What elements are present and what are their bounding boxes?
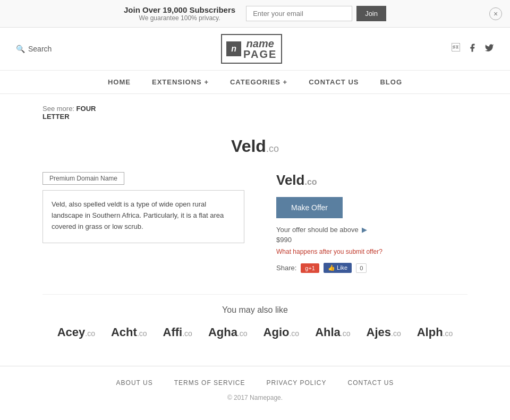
banner-subtext: We guarantee 100% privacy. <box>124 14 235 22</box>
footer-terms[interactable]: TERMS OF SERVICE <box>174 379 245 387</box>
offer-section: Veld.co Make Offer Your offer should be … <box>276 172 436 273</box>
list-item[interactable]: Alph.co <box>417 325 453 339</box>
offer-amount: $990 <box>276 236 436 244</box>
twitter-link[interactable] <box>484 43 494 55</box>
header: 🔍 Search n name PAGE  <box>0 28 510 71</box>
also-like-items: Acey.co Acht.co Affi.co Agha.co Agio.co … <box>42 325 468 339</box>
banner-headline: Join Over 19,000 Subscribers <box>124 5 235 14</box>
twitter-icon[interactable] <box>468 43 477 55</box>
domain-ext-large: .co <box>266 143 279 154</box>
list-item[interactable]: Affi.co <box>163 325 192 339</box>
domain-title-display: Veld.co <box>42 136 468 156</box>
nav-contact[interactable]: CONTACT US <box>309 78 359 86</box>
footer-privacy[interactable]: PRIVACY POLICY <box>267 379 327 387</box>
share-row: Share: g+1 👍 Like 0 <box>276 263 436 273</box>
search-area[interactable]: 🔍 Search <box>16 45 52 53</box>
footer-links: ABOUT US TERMS OF SERVICE PRIVACY POLICY… <box>0 379 510 387</box>
fb-count: 0 <box>356 263 367 273</box>
banner-form: Join <box>246 6 386 21</box>
logo[interactable]: n name PAGE <box>221 34 282 64</box>
offer-arrow-icon: ▶ <box>362 226 367 234</box>
close-button[interactable]: × <box>489 7 502 20</box>
offer-hint-text: Your offer should be above <box>276 226 359 234</box>
social-links:  <box>452 43 494 55</box>
footer-contact[interactable]: CONTACT US <box>347 379 394 387</box>
gplus-button[interactable]: g+1 <box>301 263 319 273</box>
nav-home[interactable]: HOME <box>108 78 131 86</box>
see-more-label: See more: <box>42 105 74 113</box>
domain-name-large: Veld <box>231 136 266 156</box>
email-input[interactable] <box>246 6 352 21</box>
logo-box: n name PAGE <box>221 34 282 64</box>
nav-categories[interactable]: CATEGORIES + <box>230 78 287 86</box>
banner-text: Join Over 19,000 Subscribers We guarante… <box>124 5 235 22</box>
search-label: Search <box>28 45 52 53</box>
also-like-title: You may also like <box>42 305 468 315</box>
footer: ABOUT US TERMS OF SERVICE PRIVACY POLICY… <box>0 366 510 409</box>
list-item[interactable]: Acht.co <box>111 325 147 339</box>
list-item[interactable]: Agha.co <box>208 325 248 339</box>
box-label: Premium Domain Name <box>42 172 124 185</box>
main-nav: HOME EXTENSIONS + CATEGORIES + CONTACT U… <box>0 71 510 94</box>
list-item[interactable]: Agio.co <box>264 325 300 339</box>
offer-info-link[interactable]: What happens after you submit offer? <box>276 248 436 255</box>
footer-copyright: © 2017 Namepage. <box>0 394 510 401</box>
list-item[interactable]: Ajes.co <box>367 325 401 339</box>
share-label: Share: <box>276 264 296 272</box>
breadcrumb: See more: FOUR LETTER <box>0 94 510 126</box>
join-button[interactable]: Join <box>356 6 386 21</box>
list-item[interactable]: Acey.co <box>57 325 95 339</box>
content-row: Premium Domain Name Veld, also spelled v… <box>42 172 468 273</box>
main-content: Veld.co Premium Domain Name Veld, also s… <box>0 126 510 366</box>
offer-domain-ext: .co <box>304 177 317 186</box>
logo-icon: n <box>226 41 241 56</box>
offer-domain-name: Veld.co <box>276 172 436 188</box>
description-box: Premium Domain Name Veld, also spelled v… <box>42 172 244 243</box>
list-item[interactable]: Ahla.co <box>315 325 350 339</box>
nav-blog[interactable]: BLOG <box>380 78 402 86</box>
top-banner: Join Over 19,000 Subscribers We guarante… <box>0 0 510 28</box>
domain-description: Veld, also spelled veldt is a type of wi… <box>42 190 244 243</box>
footer-about[interactable]: ABOUT US <box>116 379 153 387</box>
also-like-section: You may also like Acey.co Acht.co Affi.c… <box>42 294 468 350</box>
facebook-icon[interactable]:  <box>452 43 460 55</box>
offer-hint: Your offer should be above ▶ <box>276 226 436 234</box>
facebook-like-button[interactable]: 👍 Like <box>324 263 352 273</box>
logo-text: name PAGE <box>243 38 277 59</box>
search-icon: 🔍 <box>16 45 25 53</box>
make-offer-button[interactable]: Make Offer <box>276 197 343 218</box>
nav-extensions[interactable]: EXTENSIONS + <box>152 78 209 86</box>
